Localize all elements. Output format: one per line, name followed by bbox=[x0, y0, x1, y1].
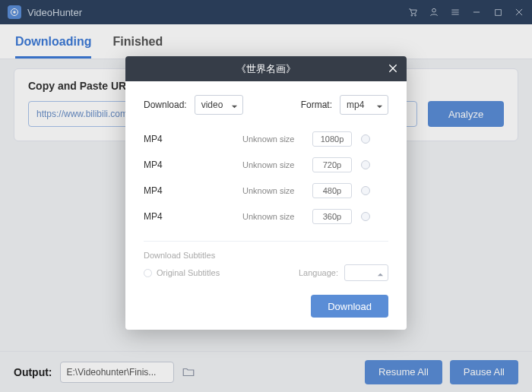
dialog-close-icon[interactable] bbox=[387, 62, 399, 77]
select-radio[interactable] bbox=[361, 160, 370, 169]
resolution-badge: 720p bbox=[312, 157, 352, 172]
resolution-badge: 1080p bbox=[312, 131, 352, 147]
subtitles-radio bbox=[144, 269, 152, 277]
modal-overlay: 《世界名画》 Download: video Format: mp4 bbox=[0, 0, 532, 392]
format-select[interactable]: mp4 bbox=[340, 95, 388, 115]
dialog-title: 《世界名画》 bbox=[236, 62, 296, 76]
format-label: Format: bbox=[301, 100, 332, 110]
original-subtitles-label: Original Subtitles bbox=[157, 268, 299, 277]
chevron-down-icon bbox=[376, 102, 383, 112]
resolution-badge: 360p bbox=[312, 209, 352, 224]
language-label: Language: bbox=[299, 268, 338, 277]
format-row[interactable]: MP4 Unknown size 480p bbox=[144, 183, 388, 198]
format-row[interactable]: MP4 Unknown size 1080p bbox=[144, 131, 388, 147]
format-row[interactable]: MP4 Unknown size 360p bbox=[144, 209, 388, 224]
select-radio[interactable] bbox=[361, 186, 370, 195]
format-row[interactable]: MP4 Unknown size 720p bbox=[144, 157, 388, 172]
language-select[interactable] bbox=[344, 264, 388, 281]
subtitles-title: Download Subtitles bbox=[144, 251, 388, 260]
select-radio[interactable] bbox=[361, 212, 370, 221]
select-radio[interactable] bbox=[361, 134, 370, 144]
resolution-badge: 480p bbox=[312, 183, 352, 198]
chevron-down-icon bbox=[231, 102, 238, 112]
download-type-select[interactable]: video bbox=[195, 95, 243, 115]
dialog-header: 《世界名画》 bbox=[125, 56, 407, 81]
download-dialog: 《世界名画》 Download: video Format: mp4 bbox=[125, 56, 407, 330]
chevron-up-icon bbox=[377, 270, 384, 280]
download-button[interactable]: Download bbox=[311, 295, 388, 318]
format-list: MP4 Unknown size 1080p MP4 Unknown size … bbox=[144, 131, 388, 224]
download-type-label: Download: bbox=[144, 100, 187, 110]
